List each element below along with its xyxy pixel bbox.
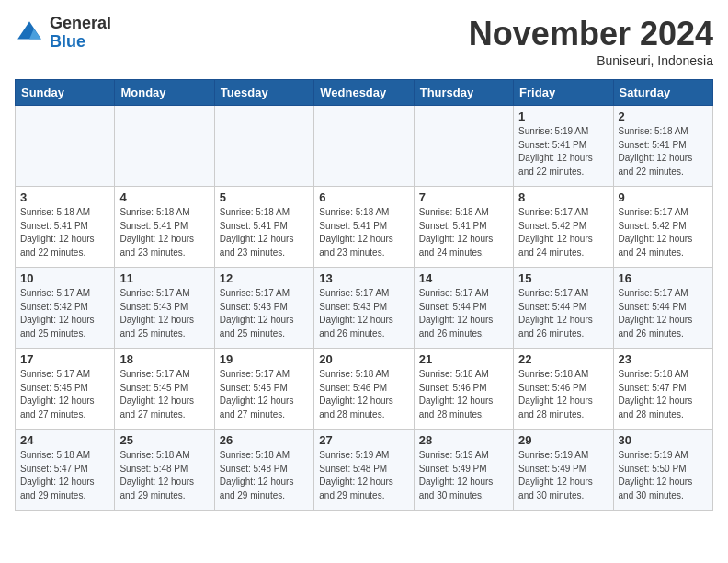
- calendar-cell: 21Sunrise: 5:18 AM Sunset: 5:46 PM Dayli…: [414, 349, 513, 430]
- calendar-cell: 18Sunrise: 5:17 AM Sunset: 5:45 PM Dayli…: [115, 349, 214, 430]
- day-number: 14: [419, 271, 508, 285]
- calendar-cell: 9Sunrise: 5:17 AM Sunset: 5:42 PM Daylig…: [613, 187, 712, 268]
- calendar-week-row: 17Sunrise: 5:17 AM Sunset: 5:45 PM Dayli…: [16, 349, 713, 430]
- calendar-cell: 3Sunrise: 5:18 AM Sunset: 5:41 PM Daylig…: [16, 187, 115, 268]
- day-info: Sunrise: 5:18 AM Sunset: 5:41 PM Dayligh…: [119, 206, 209, 259]
- day-number: 9: [619, 190, 708, 204]
- calendar-cell: 24Sunrise: 5:18 AM Sunset: 5:47 PM Dayli…: [16, 430, 115, 511]
- location: Buniseuri, Indonesia: [469, 53, 713, 68]
- calendar-cell: 7Sunrise: 5:18 AM Sunset: 5:41 PM Daylig…: [414, 187, 513, 268]
- weekday-header-cell: Thursday: [414, 80, 513, 106]
- calendar-cell: 28Sunrise: 5:19 AM Sunset: 5:49 PM Dayli…: [414, 430, 513, 511]
- day-number: 10: [20, 271, 109, 285]
- weekday-header-cell: Tuesday: [214, 80, 313, 106]
- day-number: 11: [119, 271, 209, 285]
- logo: General Blue: [15, 15, 111, 52]
- calendar-cell: 4Sunrise: 5:18 AM Sunset: 5:41 PM Daylig…: [115, 187, 214, 268]
- calendar-cell: 10Sunrise: 5:17 AM Sunset: 5:42 PM Dayli…: [16, 268, 115, 349]
- day-number: 8: [518, 190, 608, 204]
- day-number: 21: [419, 352, 508, 366]
- day-info: Sunrise: 5:19 AM Sunset: 5:41 PM Dayligh…: [518, 125, 608, 178]
- weekday-header-row: SundayMondayTuesdayWednesdayThursdayFrid…: [16, 80, 713, 106]
- calendar-cell: [214, 106, 313, 187]
- day-number: 17: [20, 352, 109, 366]
- day-number: 19: [220, 352, 309, 366]
- calendar-cell: 11Sunrise: 5:17 AM Sunset: 5:43 PM Dayli…: [115, 268, 214, 349]
- day-info: Sunrise: 5:18 AM Sunset: 5:41 PM Dayligh…: [619, 125, 708, 178]
- day-number: 25: [119, 433, 209, 447]
- calendar-cell: 17Sunrise: 5:17 AM Sunset: 5:45 PM Dayli…: [16, 349, 115, 430]
- calendar-cell: 20Sunrise: 5:18 AM Sunset: 5:46 PM Dayli…: [314, 349, 414, 430]
- day-info: Sunrise: 5:18 AM Sunset: 5:46 PM Dayligh…: [319, 368, 408, 421]
- calendar-cell: 6Sunrise: 5:18 AM Sunset: 5:41 PM Daylig…: [314, 187, 414, 268]
- weekday-header-cell: Monday: [115, 80, 214, 106]
- day-number: 30: [619, 433, 708, 447]
- calendar-week-row: 10Sunrise: 5:17 AM Sunset: 5:42 PM Dayli…: [16, 268, 713, 349]
- calendar-cell: 26Sunrise: 5:18 AM Sunset: 5:48 PM Dayli…: [214, 430, 313, 511]
- calendar-week-row: 1Sunrise: 5:19 AM Sunset: 5:41 PM Daylig…: [16, 106, 713, 187]
- day-info: Sunrise: 5:17 AM Sunset: 5:42 PM Dayligh…: [619, 206, 708, 259]
- calendar-cell: 12Sunrise: 5:17 AM Sunset: 5:43 PM Dayli…: [214, 268, 313, 349]
- calendar-table: SundayMondayTuesdayWednesdayThursdayFrid…: [15, 79, 713, 511]
- day-info: Sunrise: 5:18 AM Sunset: 5:47 PM Dayligh…: [20, 449, 109, 502]
- calendar-body: 1Sunrise: 5:19 AM Sunset: 5:41 PM Daylig…: [16, 106, 713, 511]
- day-info: Sunrise: 5:17 AM Sunset: 5:43 PM Dayligh…: [319, 287, 408, 340]
- day-info: Sunrise: 5:18 AM Sunset: 5:41 PM Dayligh…: [419, 206, 508, 259]
- logo-icon: [15, 18, 44, 48]
- calendar-cell: [115, 106, 214, 187]
- calendar-cell: 30Sunrise: 5:19 AM Sunset: 5:50 PM Dayli…: [613, 430, 712, 511]
- day-info: Sunrise: 5:17 AM Sunset: 5:45 PM Dayligh…: [119, 368, 209, 421]
- calendar-cell: 25Sunrise: 5:18 AM Sunset: 5:48 PM Dayli…: [115, 430, 214, 511]
- day-info: Sunrise: 5:17 AM Sunset: 5:43 PM Dayligh…: [220, 287, 309, 340]
- day-info: Sunrise: 5:19 AM Sunset: 5:50 PM Dayligh…: [619, 449, 708, 502]
- day-info: Sunrise: 5:19 AM Sunset: 5:49 PM Dayligh…: [518, 449, 608, 502]
- day-info: Sunrise: 5:17 AM Sunset: 5:45 PM Dayligh…: [220, 368, 309, 421]
- calendar-cell: 2Sunrise: 5:18 AM Sunset: 5:41 PM Daylig…: [613, 106, 712, 187]
- weekday-header-cell: Wednesday: [314, 80, 414, 106]
- day-info: Sunrise: 5:18 AM Sunset: 5:41 PM Dayligh…: [319, 206, 408, 259]
- day-number: 20: [319, 352, 408, 366]
- day-number: 27: [319, 433, 408, 447]
- day-number: 22: [518, 352, 608, 366]
- day-info: Sunrise: 5:18 AM Sunset: 5:48 PM Dayligh…: [220, 449, 309, 502]
- day-number: 3: [20, 190, 109, 204]
- calendar-cell: 27Sunrise: 5:19 AM Sunset: 5:48 PM Dayli…: [314, 430, 414, 511]
- calendar-cell: 16Sunrise: 5:17 AM Sunset: 5:44 PM Dayli…: [613, 268, 712, 349]
- day-info: Sunrise: 5:18 AM Sunset: 5:41 PM Dayligh…: [220, 206, 309, 259]
- calendar-cell: 15Sunrise: 5:17 AM Sunset: 5:44 PM Dayli…: [514, 268, 613, 349]
- day-info: Sunrise: 5:17 AM Sunset: 5:44 PM Dayligh…: [518, 287, 608, 340]
- calendar-cell: 19Sunrise: 5:17 AM Sunset: 5:45 PM Dayli…: [214, 349, 313, 430]
- day-info: Sunrise: 5:17 AM Sunset: 5:45 PM Dayligh…: [20, 368, 109, 421]
- day-number: 18: [119, 352, 209, 366]
- calendar-cell: 8Sunrise: 5:17 AM Sunset: 5:42 PM Daylig…: [514, 187, 613, 268]
- day-number: 16: [619, 271, 708, 285]
- weekday-header-cell: Sunday: [16, 80, 115, 106]
- calendar-cell: 14Sunrise: 5:17 AM Sunset: 5:44 PM Dayli…: [414, 268, 513, 349]
- calendar-cell: 1Sunrise: 5:19 AM Sunset: 5:41 PM Daylig…: [514, 106, 613, 187]
- page-header: General Blue November 2024 Buniseuri, In…: [15, 15, 713, 68]
- weekday-header-cell: Friday: [514, 80, 613, 106]
- day-number: 7: [419, 190, 508, 204]
- calendar-cell: [314, 106, 414, 187]
- day-info: Sunrise: 5:18 AM Sunset: 5:46 PM Dayligh…: [518, 368, 608, 421]
- calendar-week-row: 24Sunrise: 5:18 AM Sunset: 5:47 PM Dayli…: [16, 430, 713, 511]
- calendar-cell: 29Sunrise: 5:19 AM Sunset: 5:49 PM Dayli…: [514, 430, 613, 511]
- day-number: 24: [20, 433, 109, 447]
- day-info: Sunrise: 5:17 AM Sunset: 5:43 PM Dayligh…: [119, 287, 209, 340]
- day-info: Sunrise: 5:17 AM Sunset: 5:44 PM Dayligh…: [419, 287, 508, 340]
- month-title: November 2024: [469, 15, 713, 53]
- calendar-cell: 5Sunrise: 5:18 AM Sunset: 5:41 PM Daylig…: [214, 187, 313, 268]
- day-number: 23: [619, 352, 708, 366]
- calendar-cell: [414, 106, 513, 187]
- day-info: Sunrise: 5:17 AM Sunset: 5:44 PM Dayligh…: [619, 287, 708, 340]
- day-info: Sunrise: 5:19 AM Sunset: 5:48 PM Dayligh…: [319, 449, 408, 502]
- day-number: 6: [319, 190, 408, 204]
- day-number: 2: [619, 109, 708, 123]
- day-number: 1: [518, 109, 608, 123]
- day-info: Sunrise: 5:17 AM Sunset: 5:42 PM Dayligh…: [20, 287, 109, 340]
- calendar-cell: 22Sunrise: 5:18 AM Sunset: 5:46 PM Dayli…: [514, 349, 613, 430]
- weekday-header-cell: Saturday: [613, 80, 712, 106]
- day-number: 26: [220, 433, 309, 447]
- calendar-cell: 23Sunrise: 5:18 AM Sunset: 5:47 PM Dayli…: [613, 349, 712, 430]
- logo-text: General Blue: [50, 15, 111, 52]
